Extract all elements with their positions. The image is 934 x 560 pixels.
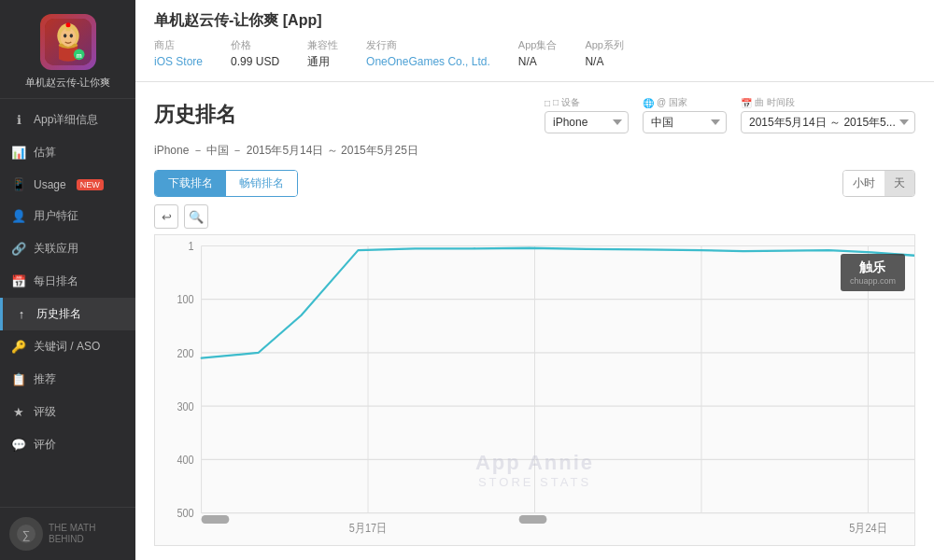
- app-publisher-meta: 发行商 OneOneGames Co., Ltd.: [366, 38, 490, 68]
- chart-svg: 1 100 200 300 400 500 5月17日 5月24日: [155, 235, 914, 545]
- time-day-btn[interactable]: 天: [884, 171, 914, 196]
- undo-button[interactable]: ↩: [154, 204, 178, 229]
- app-store-meta: 商店 iOS Store: [154, 38, 203, 68]
- comment-icon: 💬: [11, 438, 26, 452]
- app-meta: 商店 iOS Store 价格 0.99 USD 兼容性 通用 发行商 OneO…: [154, 38, 915, 70]
- sidebar-item-label: 每日排名: [34, 273, 78, 289]
- chuapp-badge: 触乐 chuapp.com: [841, 254, 905, 291]
- up-arrow-icon: ↑: [14, 307, 29, 321]
- svg-text:300: 300: [177, 399, 194, 413]
- store-label: 商店: [154, 38, 203, 52]
- sidebar-item-app-detail[interactable]: ℹ App详细信息: [0, 104, 135, 136]
- svg-rect-33: [519, 515, 547, 524]
- app-title: 单机赵云传-让你爽 [App]: [154, 11, 915, 31]
- time-hour-btn[interactable]: 小时: [843, 171, 884, 196]
- key-icon: 🔑: [11, 340, 26, 354]
- sidebar-item-label: 评价: [34, 437, 56, 453]
- svg-text:∑: ∑: [22, 528, 31, 541]
- device-label: □ □ 设备: [545, 96, 629, 109]
- sidebar-item-related-apps[interactable]: 🔗 关联应用: [0, 232, 135, 265]
- main-content: 单机赵云传-让你爽 [App] 商店 iOS Store 价格 0.99 USD…: [135, 0, 934, 560]
- calendar-icon: 📅: [11, 274, 26, 288]
- sidebar-item-estimate[interactable]: 📊 估算: [0, 136, 135, 169]
- publisher-value[interactable]: OneOneGames Co., Ltd.: [366, 55, 490, 68]
- store-value[interactable]: iOS Store: [154, 55, 203, 68]
- svg-text:m: m: [76, 52, 81, 59]
- svg-point-6: [69, 34, 72, 37]
- sidebar-item-review[interactable]: 💬 评价: [0, 428, 135, 461]
- sidebar-bottom: ∑ THE MATH BEHIND: [0, 507, 135, 560]
- device-icon: □: [545, 98, 550, 108]
- chart-icon: 📊: [11, 146, 26, 160]
- sidebar-item-history-rank[interactable]: ↑ 历史排名: [0, 298, 135, 330]
- tab-sales[interactable]: 畅销排名: [226, 171, 297, 196]
- sidebar-item-recommend[interactable]: 📋 推荐: [0, 363, 135, 396]
- calendar-date-icon: 📅: [741, 98, 752, 108]
- svg-point-8: [65, 22, 70, 27]
- sidebar-item-usage[interactable]: 📱 Usage NEW: [0, 169, 135, 200]
- country-select[interactable]: 中国 美国: [643, 111, 727, 133]
- publisher-label: 发行商: [366, 38, 490, 52]
- device-select[interactable]: iPhone iPad: [545, 111, 629, 133]
- date-select[interactable]: 2015年5月14日 ～ 2015年5...: [741, 111, 915, 133]
- compat-value: 通用: [307, 55, 330, 68]
- app-header: 单机赵云传-让你爽 [App] 商店 iOS Store 价格 0.99 USD…: [135, 0, 934, 82]
- price-label: 价格: [231, 38, 279, 52]
- sidebar-item-label: 用户特征: [34, 208, 78, 224]
- svg-text:5月17日: 5月17日: [349, 522, 387, 535]
- svg-text:5月24日: 5月24日: [849, 522, 886, 535]
- page-title: 历史排名: [154, 101, 236, 129]
- sidebar-bottom-text: THE MATH BEHIND: [49, 523, 95, 545]
- chuapp-sub: chuapp.com: [850, 276, 896, 286]
- sidebar-item-rating[interactable]: ★ 评级: [0, 396, 135, 428]
- sidebar-item-label: 历史排名: [36, 306, 81, 322]
- user-icon: 👤: [11, 209, 26, 223]
- svg-text:1: 1: [189, 239, 194, 252]
- chart-toolbar: ↩ 🔍: [154, 204, 915, 229]
- sidebar-item-keyword-aso[interactable]: 🔑 关键词 / ASO: [0, 330, 135, 363]
- series-label: App系列: [585, 38, 624, 52]
- sidebar: m 单机赵云传-让你爽 ℹ App详细信息 📊 估算 📱 Usage NEW 👤…: [0, 0, 135, 560]
- filter-controls: □ □ 设备 iPhone iPad 🌐 @ 国家 中国 美国: [545, 96, 915, 133]
- page-header: 历史排名 □ □ 设备 iPhone iPad 🌐 @ 国家: [154, 96, 915, 133]
- chuapp-main: 触乐: [850, 259, 896, 276]
- sidebar-bottom-icon: ∑: [9, 517, 43, 551]
- star-icon: ★: [11, 405, 26, 419]
- device-filter: □ □ 设备 iPhone iPad: [545, 96, 629, 133]
- zoom-button[interactable]: 🔍: [184, 204, 208, 229]
- svg-text:200: 200: [177, 346, 194, 359]
- svg-text:400: 400: [177, 453, 194, 466]
- time-group: 小时 天: [842, 170, 915, 197]
- sidebar-item-user-profile[interactable]: 👤 用户特征: [0, 200, 135, 232]
- link-icon: 🔗: [11, 242, 26, 256]
- country-filter: 🌐 @ 国家 中国 美国: [643, 96, 727, 133]
- sidebar-item-label: App详细信息: [34, 112, 98, 128]
- list-icon: 📋: [11, 372, 26, 386]
- globe-icon: 🌐: [643, 98, 654, 108]
- app-series-meta: App系列 N/A: [585, 38, 624, 68]
- compat-label: 兼容性: [307, 38, 338, 52]
- collection-value: N/A: [518, 55, 537, 68]
- chart-area: 1 100 200 300 400 500 5月17日 5月24日 App An…: [154, 234, 915, 546]
- price-value: 0.99 USD: [231, 55, 279, 68]
- sidebar-app-info: m 单机赵云传-让你爽: [0, 0, 135, 99]
- app-compat-meta: 兼容性 通用: [307, 38, 338, 70]
- sidebar-nav: ℹ App详细信息 📊 估算 📱 Usage NEW 👤 用户特征 🔗 关联应用…: [0, 99, 135, 507]
- sidebar-item-label: 关联应用: [34, 241, 78, 257]
- sidebar-item-daily-rank[interactable]: 📅 每日排名: [0, 265, 135, 298]
- svg-text:500: 500: [177, 506, 194, 519]
- country-label: 🌐 @ 国家: [643, 96, 727, 109]
- sidebar-app-name: 单机赵云传-让你爽: [25, 76, 111, 89]
- app-collection-meta: App集合 N/A: [518, 38, 558, 68]
- sidebar-item-label: 推荐: [34, 371, 56, 387]
- page-content: 历史排名 □ □ 设备 iPhone iPad 🌐 @ 国家: [135, 82, 934, 560]
- series-value: N/A: [585, 55, 603, 68]
- collection-label: App集合: [518, 38, 558, 52]
- info-icon: ℹ: [11, 113, 26, 127]
- tab-download[interactable]: 下载排名: [155, 171, 226, 196]
- mobile-icon: 📱: [11, 177, 26, 191]
- app-price-meta: 价格 0.99 USD: [231, 38, 279, 68]
- svg-point-5: [64, 34, 66, 37]
- svg-rect-32: [202, 515, 230, 524]
- date-label: 📅 曲 时间段: [741, 96, 915, 109]
